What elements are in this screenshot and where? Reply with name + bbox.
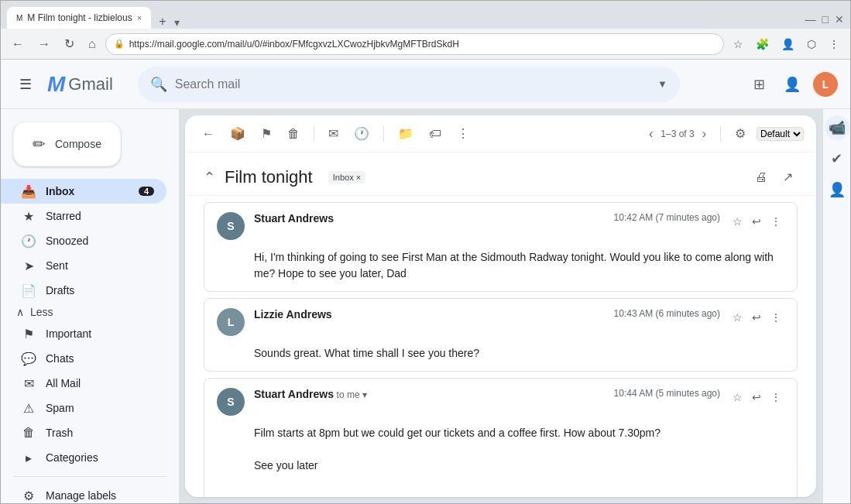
browser-window: M M Film tonight - lizbielous × + ▾ — □ … bbox=[0, 0, 851, 504]
view-selector[interactable]: Default bbox=[757, 127, 804, 141]
minimize-button[interactable]: — bbox=[805, 13, 816, 26]
account-info-button[interactable]: 👤 bbox=[777, 70, 807, 99]
compose-plus-icon: ✏ bbox=[33, 135, 46, 153]
sidebar-item-label: Chats bbox=[46, 352, 154, 365]
collapse-icon[interactable]: ⌃ bbox=[204, 169, 215, 186]
email-subject-area: ⌃ Film tonight Inbox × 🖨 ↗ bbox=[185, 153, 816, 196]
message-2-header: L Lizzie Andrews 10:43 AM (6 minutes ago… bbox=[204, 299, 797, 345]
browser-toolbar: ← → ↻ ⌂ 🔒 https://mail.google.com/mail/u… bbox=[1, 29, 850, 60]
sidebar-item-drafts[interactable]: 📄 Drafts bbox=[1, 278, 166, 303]
reload-button[interactable]: ↻ bbox=[60, 33, 79, 54]
sidebar-item-starred[interactable]: ★ Starred bbox=[1, 204, 166, 228]
close-tab-button[interactable]: × bbox=[137, 13, 142, 22]
sidebar-item-inbox[interactable]: 📥 Inbox 4 bbox=[1, 179, 166, 204]
sidebar-item-spam[interactable]: ⚠ Spam bbox=[1, 396, 166, 420]
search-input[interactable] bbox=[175, 77, 650, 91]
sidebar-item-trash[interactable]: 🗑 Trash bbox=[1, 420, 166, 445]
archive-button[interactable]: 📦 bbox=[225, 122, 250, 146]
sidebar-item-label: Important bbox=[46, 327, 154, 340]
sidebar-item-important[interactable]: ⚑ Important bbox=[1, 321, 166, 346]
message-3-meta: Stuart Andrews to me ▾ bbox=[254, 388, 605, 400]
label-button[interactable]: 🏷 bbox=[424, 122, 446, 146]
report-spam-button[interactable]: ⚑ bbox=[256, 122, 276, 146]
sidebar-item-allmail[interactable]: ✉ All Mail bbox=[1, 371, 166, 396]
snoozed-icon: 🕐 bbox=[21, 234, 36, 249]
less-toggle[interactable]: ∧ Less bbox=[1, 303, 179, 321]
back-button[interactable]: ← bbox=[7, 34, 29, 54]
compose-button[interactable]: ✏ Compose bbox=[13, 122, 121, 166]
next-email-button[interactable]: › bbox=[698, 122, 711, 146]
new-tab-button[interactable]: + bbox=[154, 15, 170, 29]
star-message-1-button[interactable]: ☆ bbox=[729, 212, 746, 231]
move-to-button[interactable]: 📁 bbox=[393, 122, 418, 146]
sender-1-avatar: S bbox=[217, 212, 245, 240]
star-message-3-button[interactable]: ☆ bbox=[729, 388, 746, 406]
more-actions-button[interactable]: ⋮ bbox=[452, 122, 474, 146]
gear-icon: ⚙ bbox=[21, 489, 36, 503]
sidebar-item-label: Spam bbox=[46, 402, 154, 414]
account-button[interactable]: 👤 bbox=[777, 35, 799, 53]
search-dropdown-icon[interactable]: ▼ bbox=[657, 78, 667, 90]
tab-dropdown-button[interactable]: ▾ bbox=[171, 16, 183, 29]
open-new-window-button[interactable]: ↗ bbox=[778, 165, 798, 189]
contacts-panel-button[interactable]: 👤 bbox=[825, 177, 849, 202]
more-message-1-button[interactable]: ⋮ bbox=[767, 212, 784, 231]
reply-message-3-button[interactable]: ↩ bbox=[749, 388, 764, 406]
tab-favicon: M bbox=[16, 14, 22, 22]
snooze-button[interactable]: 🕐 bbox=[349, 122, 374, 146]
delete-button[interactable]: 🗑 bbox=[283, 122, 304, 146]
print-button[interactable]: 🖨 bbox=[750, 165, 772, 189]
sender-3-avatar: S bbox=[217, 388, 245, 416]
email-subject-actions: 🖨 ↗ bbox=[750, 165, 798, 189]
chevron-up-icon: ∧ bbox=[16, 306, 24, 318]
reply-message-2-button[interactable]: ↩ bbox=[749, 308, 764, 327]
more-message-2-button[interactable]: ⋮ bbox=[767, 308, 784, 327]
mark-unread-button[interactable]: ✉ bbox=[324, 122, 343, 146]
user-avatar[interactable]: L bbox=[813, 72, 838, 97]
message-1-time: 10:42 AM (7 minutes ago) bbox=[614, 212, 720, 223]
search-icon: 🔍 bbox=[150, 76, 167, 93]
sidebar-item-sent[interactable]: ➤ Sent bbox=[1, 253, 166, 278]
hamburger-menu-button[interactable]: ☰ bbox=[13, 70, 38, 99]
lock-icon: 🔒 bbox=[114, 39, 125, 49]
close-window-button[interactable]: ✕ bbox=[835, 13, 844, 26]
header-right: ⊞ 👤 L bbox=[747, 70, 838, 99]
sender-3-name: Stuart Andrews bbox=[254, 388, 334, 400]
message-3-ellipsis: ··· bbox=[254, 490, 784, 497]
extensions-button[interactable]: 🧩 bbox=[751, 35, 774, 53]
email-toolbar: ← 📦 ⚑ 🗑 ✉ 🕐 📁 🏷 ⋮ ‹ 1–3 of 3 › bbox=[185, 115, 816, 153]
drafts-icon: 📄 bbox=[21, 283, 36, 298]
sidebar: ✏ Compose 📥 Inbox 4 ★ Starred 🕐 Snoozed bbox=[1, 109, 179, 503]
maximize-button[interactable]: □ bbox=[822, 13, 829, 26]
sidebar-item-label: Categories bbox=[46, 451, 154, 464]
inbox-tag[interactable]: Inbox × bbox=[328, 171, 365, 183]
sidebar-item-label: Snoozed bbox=[46, 235, 154, 247]
address-bar[interactable]: 🔒 https://mail.google.com/mail/u/0/#inbo… bbox=[105, 33, 724, 55]
share-button[interactable]: ⬡ bbox=[802, 35, 821, 53]
more-message-3-button[interactable]: ⋮ bbox=[767, 388, 784, 406]
active-tab[interactable]: M M Film tonight - lizbielous × bbox=[7, 7, 151, 29]
prev-email-button[interactable]: ‹ bbox=[644, 122, 657, 146]
email-subject: Film tonight bbox=[225, 167, 313, 187]
inbox-icon: 📥 bbox=[21, 184, 36, 199]
forward-button[interactable]: → bbox=[33, 34, 55, 54]
tasks-panel-button[interactable]: ✔ bbox=[825, 146, 849, 171]
gmail-app: ☰ M Gmail 🔍 ▼ ⊞ 👤 L ✏ Compose bbox=[1, 60, 850, 503]
reply-message-1-button[interactable]: ↩ bbox=[749, 212, 764, 231]
star-message-2-button[interactable]: ☆ bbox=[729, 308, 746, 327]
sender-2-name: Lizzie Andrews bbox=[254, 308, 332, 321]
bookmark-button[interactable]: ☆ bbox=[729, 35, 748, 53]
back-to-inbox-button[interactable]: ← bbox=[197, 122, 219, 146]
sidebar-item-categories[interactable]: ▸ Categories bbox=[1, 445, 166, 470]
gmail-logo-text: Gmail bbox=[68, 74, 112, 94]
settings-button[interactable]: ⚙ bbox=[730, 122, 750, 146]
search-bar[interactable]: 🔍 ▼ bbox=[138, 67, 680, 102]
sidebar-item-snoozed[interactable]: 🕐 Snoozed bbox=[1, 228, 166, 253]
sidebar-item-chats[interactable]: 💬 Chats bbox=[1, 346, 166, 371]
toolbar-divider-3 bbox=[720, 126, 721, 142]
meet-panel-button[interactable]: 📹 bbox=[825, 115, 849, 140]
home-button[interactable]: ⌂ bbox=[84, 34, 101, 54]
more-tools-button[interactable]: ⋮ bbox=[824, 35, 844, 53]
apps-button[interactable]: ⊞ bbox=[747, 70, 771, 99]
manage-labels-item[interactable]: ⚙ Manage labels bbox=[1, 483, 166, 503]
